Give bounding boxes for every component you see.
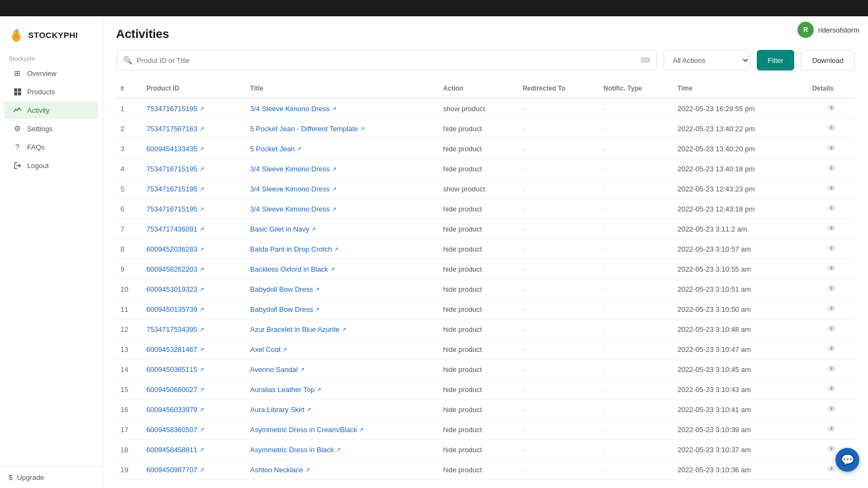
cell-redirected: - (518, 359, 599, 380)
cell-details: 👁 (808, 119, 855, 139)
details-eye-icon[interactable]: 👁 (827, 364, 836, 374)
cell-title: 3/4 Sleeve Kimono Dress ↗ (246, 159, 439, 179)
product-title-link[interactable]: Auralias Leather Top ↗ (250, 386, 435, 394)
cell-time: 2022-05-23 12:43:23 pm (673, 179, 808, 199)
external-link-icon: ↗ (360, 126, 365, 132)
cell-notif: - (599, 460, 673, 480)
details-eye-icon[interactable]: 👁 (827, 344, 836, 354)
username: ridersofstorm (818, 26, 859, 34)
details-eye-icon[interactable]: 👁 (827, 184, 836, 193)
product-title-link[interactable]: 3/4 Sleeve Kimono Dress ↗ (250, 205, 435, 213)
details-eye-icon[interactable]: 👁 (827, 404, 836, 414)
cell-action: hide product (439, 380, 518, 400)
col-action: Action (439, 79, 518, 98)
product-id-link[interactable]: 6009454133435 ↗ (146, 145, 241, 153)
actions-select[interactable]: All Actions show product hide product (663, 50, 750, 70)
chat-button[interactable]: 💬 (835, 448, 859, 472)
product-title-link[interactable]: 5 Pocket Jean ↗ (250, 145, 435, 153)
table-row: 3 6009454133435 ↗ 5 Pocket Jean ↗ hide p… (116, 139, 855, 159)
search-box[interactable]: 🔍 ⌨ (116, 50, 657, 70)
cell-action: hide product (439, 219, 518, 239)
cell-title: Axel Coat ↗ (246, 339, 439, 359)
product-title-link[interactable]: 3/4 Sleeve Kimono Dress ↗ (250, 185, 435, 193)
product-id-link[interactable]: 6009458262203 ↗ (146, 265, 241, 273)
sidebar-item-faqs[interactable]: ? FAQs (4, 138, 98, 156)
col-title: Title (246, 79, 439, 98)
product-id-link[interactable]: 7534717534395 ↗ (146, 325, 241, 333)
avatar[interactable]: R (797, 22, 814, 38)
download-button[interactable]: Download (801, 50, 855, 70)
cell-time: 2022-05-23 13:40:18 pm (673, 159, 808, 179)
product-title-link[interactable]: Babydoll Bow Dress ↗ (250, 285, 435, 293)
product-id-link[interactable]: 6009450135739 ↗ (146, 305, 241, 313)
product-id-link[interactable]: 6009450987707 ↗ (146, 466, 241, 474)
details-eye-icon[interactable]: 👁 (827, 465, 836, 474)
external-link-icon: ↗ (332, 186, 336, 192)
details-eye-icon[interactable]: 👁 (827, 124, 836, 133)
details-eye-icon[interactable]: 👁 (827, 144, 836, 153)
external-link-icon: ↗ (200, 346, 204, 352)
product-title-link[interactable]: Basic Gilet in Navy ↗ (250, 225, 435, 233)
cell-redirected: - (518, 319, 599, 339)
cell-title: Asymmetric Dress in Black ↗ (246, 440, 439, 460)
table-row: 9 6009458262203 ↗ Backless Oxford in Bla… (116, 259, 855, 279)
product-id-link[interactable]: 7534717436091 ↗ (146, 225, 241, 233)
product-title-link[interactable]: Avenno Sandal ↗ (250, 365, 435, 374)
product-title-link[interactable]: Babydoll Bow Dress ↗ (250, 305, 435, 313)
product-id-link[interactable]: 6009452036283 ↗ (146, 245, 241, 253)
sidebar-item-logout[interactable]: Logout (4, 157, 98, 174)
product-id-link[interactable]: 7534716715195 ↗ (146, 185, 241, 193)
details-eye-icon[interactable]: 👁 (827, 445, 836, 454)
details-eye-icon[interactable]: 👁 (827, 244, 836, 253)
app-wrapper: STOCKYPHI Stockyphi ⊞ Overview Products … (0, 16, 868, 488)
product-id-link[interactable]: 6009458458811 ↗ (146, 446, 241, 454)
details-eye-icon[interactable]: 👁 (827, 164, 836, 173)
product-title-link[interactable]: 3/4 Sleeve Kimono Dress ↗ (250, 165, 435, 173)
upgrade-button[interactable]: $ Upgrade (9, 473, 94, 481)
product-title-link[interactable]: Backless Oxford in Black ↗ (250, 265, 435, 273)
product-id-link[interactable]: 7534716715195 ↗ (146, 105, 241, 113)
col-details: Details (808, 79, 855, 98)
details-eye-icon[interactable]: 👁 (827, 304, 836, 313)
product-title-link[interactable]: Ashton Necklace ↗ (250, 466, 435, 474)
details-eye-icon[interactable]: 👁 (827, 284, 836, 293)
details-eye-icon[interactable]: 👁 (827, 384, 836, 394)
product-id-link[interactable]: 6009458360507 ↗ (146, 426, 241, 434)
col-notif: Notific. Type (599, 79, 673, 98)
cell-title: 5 Pocket Jean - Different Template ↗ (246, 119, 439, 139)
product-title-link[interactable]: 3/4 Sleeve Kimono Dress ↗ (250, 105, 435, 113)
details-eye-icon[interactable]: 👁 (827, 425, 836, 434)
cell-details: 👁 (808, 179, 855, 199)
sidebar-item-products[interactable]: Products (4, 83, 98, 100)
product-id-link[interactable]: 6009453281467 ↗ (146, 345, 241, 354)
sidebar-item-activity[interactable]: Activity (4, 101, 98, 119)
product-title-link[interactable]: Asymmetric Dress in Black ↗ (250, 446, 435, 454)
filter-button[interactable]: Filter (757, 50, 794, 70)
details-eye-icon[interactable]: 👁 (827, 324, 836, 333)
cell-details: 👁 (808, 400, 855, 420)
product-id-link[interactable]: 6009456033979 ↗ (146, 406, 241, 414)
product-title-link[interactable]: Aura Library Skirt ↗ (250, 406, 435, 414)
product-title-link[interactable]: Asymmetric Dress in Cream/Black ↗ (250, 426, 435, 434)
sidebar-item-overview[interactable]: ⊞ Overview (4, 65, 98, 82)
product-title-link[interactable]: 5 Pocket Jean - Different Template ↗ (250, 125, 435, 133)
product-id-link[interactable]: 6009453019323 ↗ (146, 285, 241, 293)
product-title-link[interactable]: Axel Coat ↗ (250, 345, 435, 354)
product-id-link[interactable]: 7534717567163 ↗ (146, 125, 241, 133)
avatar-letter: R (803, 26, 808, 34)
product-id-link[interactable]: 7534716715195 ↗ (146, 205, 241, 213)
sidebar-item-settings[interactable]: ⚙ Settings (4, 120, 98, 137)
cell-num: 10 (116, 279, 142, 299)
details-eye-icon[interactable]: 👁 (827, 204, 836, 213)
details-eye-icon[interactable]: 👁 (827, 104, 836, 113)
product-id-link[interactable]: 6009450660027 ↗ (146, 386, 241, 394)
details-eye-icon[interactable]: 👁 (827, 264, 836, 273)
table-body: 1 7534716715195 ↗ 3/4 Sleeve Kimono Dres… (116, 98, 855, 480)
search-input[interactable] (137, 56, 641, 65)
product-id-link[interactable]: 6009450365115 ↗ (146, 365, 241, 374)
product-title-link[interactable]: Balda Pant in Drop Crotch ↗ (250, 245, 435, 253)
details-eye-icon[interactable]: 👁 (827, 224, 836, 233)
product-title-link[interactable]: Azur Bracelet in Blue Azurite ↗ (250, 325, 435, 333)
cell-product-id: 7534716715195 ↗ (142, 199, 246, 219)
product-id-link[interactable]: 7534716715195 ↗ (146, 165, 241, 173)
